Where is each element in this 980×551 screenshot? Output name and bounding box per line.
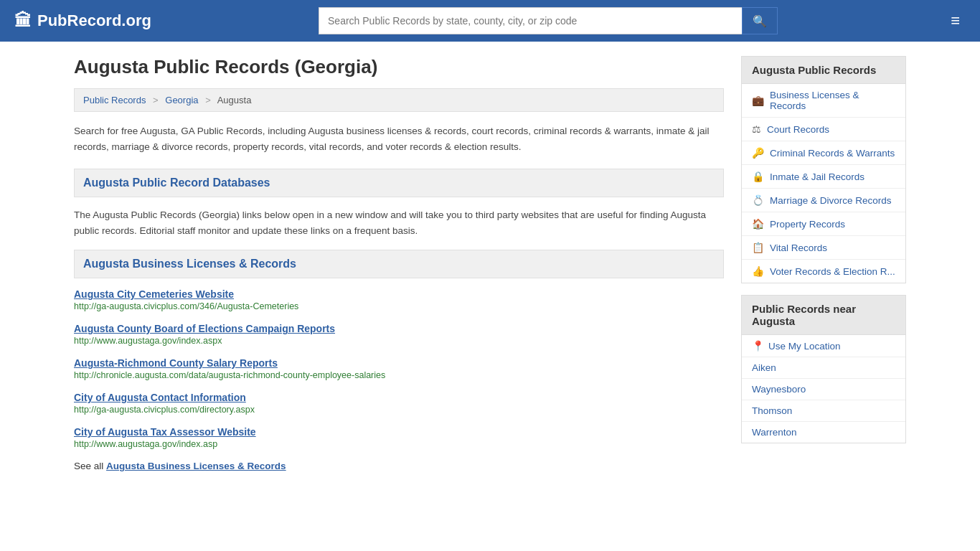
sidebar-item-court: ⚖ Court Records bbox=[742, 118, 905, 141]
biz-section-header: Augusta Business Licenses & Records bbox=[74, 250, 724, 278]
record-link-title-2: Augusta-Richmond County Salary Reports bbox=[74, 357, 724, 369]
record-link-item-3: City of Augusta Contact Information http… bbox=[74, 392, 724, 415]
sidebar-link-court[interactable]: ⚖ Court Records bbox=[742, 118, 905, 141]
sidebar-near-box: Public Records near Augusta 📍 Use My Loc… bbox=[741, 295, 906, 443]
sidebar-link-property[interactable]: 🏠 Property Records bbox=[742, 212, 905, 235]
record-link-title-0: Augusta City Cemeteries Website bbox=[74, 288, 724, 300]
briefcase-icon: 💼 bbox=[752, 95, 764, 106]
record-links-list: Augusta City Cemeteries Website http://g… bbox=[74, 288, 724, 449]
sidebar-item-label-business: Business Licenses & Records bbox=[770, 90, 895, 111]
near-aiken: Aiken bbox=[742, 357, 905, 379]
record-link-anchor-4[interactable]: City of Augusta Tax Assessor Website bbox=[74, 426, 256, 438]
see-all-section: See all Augusta Business Licenses & Reco… bbox=[74, 461, 724, 471]
pin-icon: 📍 bbox=[752, 340, 764, 352]
breadcrumb: Public Records > Georgia > Augusta bbox=[74, 88, 724, 112]
use-my-location-label: Use My Location bbox=[768, 341, 841, 352]
near-waynesboro: Waynesboro bbox=[742, 379, 905, 400]
sidebar-link-business[interactable]: 💼 Business Licenses & Records bbox=[742, 84, 905, 117]
sidebar-public-records-list: 💼 Business Licenses & Records ⚖ Court Re… bbox=[742, 84, 905, 283]
record-link-item-1: Augusta County Board of Elections Campai… bbox=[74, 323, 724, 346]
record-link-title-4: City of Augusta Tax Assessor Website bbox=[74, 426, 724, 438]
near-link-aiken[interactable]: Aiken bbox=[752, 362, 776, 373]
see-all-label: See all bbox=[74, 461, 103, 471]
breadcrumb-current: Augusta bbox=[217, 95, 252, 105]
see-all-link[interactable]: Augusta Business Licenses & Records bbox=[106, 461, 286, 471]
sidebar-item-label-criminal: Criminal Records & Warrants bbox=[770, 148, 895, 159]
record-link-url-1: http://www.augustaga.gov/index.aspx bbox=[74, 336, 724, 346]
record-link-item: Augusta City Cemeteries Website http://g… bbox=[74, 288, 724, 311]
sidebar-item-label-voter: Voter Records & Election R... bbox=[770, 266, 895, 277]
near-link-warrenton[interactable]: Warrenton bbox=[752, 427, 797, 438]
record-link-url-2: http://chronicle.augusta.com/data/august… bbox=[74, 370, 724, 380]
sidebar: Augusta Public Records 💼 Business Licens… bbox=[741, 56, 906, 471]
content-area: Augusta Public Records (Georgia) Public … bbox=[74, 56, 724, 471]
sidebar-public-records-box: Augusta Public Records 💼 Business Licens… bbox=[741, 56, 906, 283]
logo-text: PubRecord.org bbox=[37, 11, 151, 30]
search-input[interactable] bbox=[319, 7, 742, 34]
breadcrumb-georgia[interactable]: Georgia bbox=[165, 95, 198, 105]
sidebar-item-label-court: Court Records bbox=[767, 124, 829, 135]
near-link-thomson[interactable]: Thomson bbox=[752, 405, 792, 416]
menu-button[interactable]: ≡ bbox=[945, 9, 966, 33]
record-link-anchor-0[interactable]: Augusta City Cemeteries Website bbox=[74, 288, 234, 300]
breadcrumb-public-records[interactable]: Public Records bbox=[83, 95, 146, 105]
sidebar-item-label-vital: Vital Records bbox=[770, 242, 827, 253]
sidebar-near-title: Public Records near Augusta bbox=[742, 296, 905, 335]
sidebar-item-business: 💼 Business Licenses & Records bbox=[742, 84, 905, 118]
record-link-item-2: Augusta-Richmond County Salary Reports h… bbox=[74, 357, 724, 380]
search-button[interactable]: 🔍 bbox=[742, 7, 778, 34]
main-container: Augusta Public Records (Georgia) Public … bbox=[60, 42, 920, 486]
near-link-waynesboro[interactable]: Waynesboro bbox=[752, 384, 806, 395]
sidebar-item-label-inmate: Inmate & Jail Records bbox=[770, 171, 864, 182]
site-header: 🏛 PubRecord.org 🔍 ≡ bbox=[0, 0, 980, 42]
page-title: Augusta Public Records (Georgia) bbox=[74, 56, 724, 78]
sidebar-item-label-property: Property Records bbox=[770, 219, 845, 230]
near-thomson: Thomson bbox=[742, 400, 905, 422]
db-section-header: Augusta Public Record Databases bbox=[74, 169, 724, 197]
search-icon: 🔍 bbox=[753, 15, 767, 27]
record-link-item-4: City of Augusta Tax Assessor Website htt… bbox=[74, 426, 724, 449]
breadcrumb-sep-1: > bbox=[153, 95, 159, 105]
near-warrenton: Warrenton bbox=[742, 422, 905, 443]
menu-icon: ≡ bbox=[951, 11, 960, 29]
search-area: 🔍 bbox=[319, 7, 778, 34]
near-use-location-item: 📍 Use My Location bbox=[742, 335, 905, 357]
key-icon: 🔑 bbox=[752, 147, 764, 159]
near-use-location-link[interactable]: 📍 Use My Location bbox=[752, 340, 895, 352]
record-link-anchor-2[interactable]: Augusta-Richmond County Salary Reports bbox=[74, 357, 278, 369]
clipboard-icon: 📋 bbox=[752, 242, 764, 253]
breadcrumb-sep-2: > bbox=[205, 95, 211, 105]
sidebar-link-marriage[interactable]: 💍 Marriage & Divorce Records bbox=[742, 189, 905, 212]
record-link-title-1: Augusta County Board of Elections Campai… bbox=[74, 323, 724, 334]
sidebar-item-voter: 👍 Voter Records & Election R... bbox=[742, 260, 905, 283]
sidebar-item-inmate: 🔒 Inmate & Jail Records bbox=[742, 165, 905, 189]
sidebar-link-voter[interactable]: 👍 Voter Records & Election R... bbox=[742, 260, 905, 283]
sidebar-public-records-title: Augusta Public Records bbox=[742, 57, 905, 84]
record-link-url-0: http://ga-augusta.civicplus.com/346/Augu… bbox=[74, 301, 724, 311]
record-link-anchor-1[interactable]: Augusta County Board of Elections Campai… bbox=[74, 323, 335, 334]
rings-icon: 💍 bbox=[752, 194, 764, 206]
house-icon: 🏠 bbox=[752, 218, 764, 230]
sidebar-link-criminal[interactable]: 🔑 Criminal Records & Warrants bbox=[742, 141, 905, 164]
thumbsup-icon: 👍 bbox=[752, 265, 764, 277]
sidebar-item-label-marriage: Marriage & Divorce Records bbox=[770, 195, 892, 206]
sidebar-link-inmate[interactable]: 🔒 Inmate & Jail Records bbox=[742, 165, 905, 188]
db-intro-text: The Augusta Public Records (Georgia) lin… bbox=[74, 207, 724, 238]
record-link-url-3: http://ga-augusta.civicplus.com/director… bbox=[74, 405, 724, 415]
near-locations-list: 📍 Use My Location Aiken Waynesboro Thoms… bbox=[742, 335, 905, 443]
site-logo[interactable]: 🏛 PubRecord.org bbox=[14, 11, 151, 31]
record-link-url-4: http://www.augustaga.gov/index.asp bbox=[74, 439, 724, 449]
lock-icon: 🔒 bbox=[752, 171, 764, 182]
record-link-title-3: City of Augusta Contact Information bbox=[74, 392, 724, 403]
sidebar-item-property: 🏠 Property Records bbox=[742, 212, 905, 236]
page-description: Search for free Augusta, GA Public Recor… bbox=[74, 123, 724, 154]
sidebar-link-vital[interactable]: 📋 Vital Records bbox=[742, 236, 905, 259]
logo-icon: 🏛 bbox=[14, 11, 32, 31]
sidebar-item-vital: 📋 Vital Records bbox=[742, 236, 905, 260]
scales-icon: ⚖ bbox=[752, 123, 761, 135]
sidebar-item-criminal: 🔑 Criminal Records & Warrants bbox=[742, 141, 905, 165]
sidebar-item-marriage: 💍 Marriage & Divorce Records bbox=[742, 189, 905, 212]
record-link-anchor-3[interactable]: City of Augusta Contact Information bbox=[74, 392, 246, 403]
header-right: ≡ bbox=[945, 9, 966, 33]
